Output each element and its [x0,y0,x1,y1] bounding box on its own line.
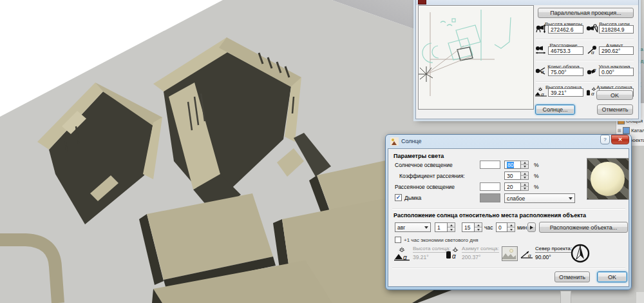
azimuth-icon: α [586,45,598,55]
scatter-stepper[interactable] [521,171,529,180]
dst-label: +1 час экономии светового дня [404,237,478,243]
scatter-unit: % [534,173,539,179]
object-location-button[interactable]: Расположение объекта... [539,222,628,233]
light-params-section-title: Параметры света [393,153,444,159]
separator [536,60,634,61]
sun-dialog-icon [390,137,399,146]
separator [392,268,625,269]
sun-dialog-title: Солнце [401,138,422,144]
help-button[interactable]: ? [600,135,610,144]
app-screenshot: вса сад са а ( спе Общая аксоном ⊞ Катал… [0,0,644,303]
sun-light-label: Солнечное освещение [395,162,453,168]
scatter-label: Коэффициент рассеяния: [399,173,465,179]
chevron-down-icon [569,197,573,200]
ambient-unit: % [534,184,539,190]
project-north-label: Север проекта: [535,246,572,253]
sun-light-stepper[interactable] [521,161,529,169]
svg-text:α: α [593,67,596,73]
haze-strength-select[interactable]: слабое [504,193,575,203]
day-stepper[interactable] [448,222,455,232]
preview-sphere [591,162,625,196]
site-plan-drawing [419,6,532,108]
view-cone-input[interactable]: 75.00° [548,68,583,76]
sun-azimuth-readout-label: Азимут солнца: [462,246,499,253]
north-angle-icon: α [520,250,534,259]
hour-input[interactable]: 15 [462,222,475,232]
sun-ok-button[interactable]: OK [597,271,627,282]
haze-label: Дымка [404,195,421,201]
window-artifact [560,291,571,303]
project-north-value: 90.00° [535,254,551,260]
ambient-stepper[interactable] [521,182,529,191]
expander-icon[interactable]: ⊞ [618,128,621,133]
svg-text:α: α [452,253,456,260]
tilt-angle-icon: α [586,66,598,76]
minute-unit-label: мин [517,224,527,231]
parallel-projection-button[interactable]: Параллельная проекция... [538,8,634,18]
horizon-preview-thumbnail [502,246,518,261]
svg-text:α: α [528,253,531,259]
camera-height-icon [535,24,547,34]
sun-cancel-button[interactable]: Отменить [554,271,590,282]
camera-height-input[interactable]: 272462.6 [548,25,583,34]
svg-text:α: α [591,50,594,55]
tilt-angle-input[interactable]: 0.00° [599,68,634,76]
separator [536,39,634,40]
ok-button[interactable]: OK [596,90,633,100]
distance-input[interactable]: 46753.3 [548,46,583,55]
tree-item-catalogs[interactable]: ⊞ Каталоги [618,127,644,134]
target-height-icon [586,24,598,34]
cancel-button[interactable]: Отменить [597,104,633,115]
ambient-color-swatch[interactable] [480,182,500,191]
sun-altitude-icon: α [535,87,547,97]
projection-map-preview[interactable] [418,5,534,110]
sun-position-section-title: Расположение солнца относительно места р… [393,212,586,219]
play-icon [530,226,533,230]
sun-dialog-content: Параметры света Солнечное освещение 80 %… [388,148,629,287]
ambient-input[interactable]: 20 [504,182,521,191]
sun-light-unit: % [534,162,539,168]
minute-stepper[interactable] [507,222,515,232]
sun-dialog: Солнце ? ✕ Параметры света Солнечное осв… [385,134,632,290]
separator [536,81,634,83]
sun-altitude-icon: α [393,247,410,261]
window-artifact [636,292,644,303]
sun-light-color-swatch[interactable] [480,161,500,169]
compass-icon [570,243,591,264]
svg-text:α: α [591,91,594,97]
haze-color-swatch[interactable] [480,193,500,202]
scatter-input[interactable]: 30 [504,171,521,180]
chevron-down-icon [424,226,428,229]
horizon-image [502,247,516,259]
catalogs-icon [623,127,630,134]
sun-light-input[interactable]: 80 [504,161,521,169]
day-input[interactable]: 1 [435,222,448,232]
svg-text:α: α [541,69,544,75]
view-cone-icon: α [535,66,547,76]
sun-azimuth-readout-value: 200.37° [462,254,480,260]
separator [392,208,625,210]
haze-checkbox[interactable]: ✓ [395,194,402,201]
target-height-input[interactable]: 218284.9 [599,25,634,34]
minute-input[interactable]: 0 [496,222,507,232]
projection-dialog-icon [418,0,426,5]
light-preview [587,158,629,200]
month-select[interactable]: авг [395,222,431,232]
projection-dialog: Параллельная проекция... Высота камеры В… [415,0,639,119]
ambient-label: Рассеянное освещение [395,184,455,190]
sun-altitude-input[interactable]: 39.21° [548,88,583,97]
close-icon[interactable]: ✕ [611,135,629,144]
azimuth-input[interactable]: 290.62° [599,46,634,55]
sun-azimuth-icon: α [445,247,462,261]
distance-icon [535,45,547,55]
hour-unit-label: час [484,224,493,231]
projection-dialog-titlebar[interactable] [416,0,638,5]
sun-dialog-open-button[interactable]: Солнце... [535,104,575,115]
play-button[interactable] [527,222,536,232]
dst-checkbox[interactable] [395,237,401,243]
sun-altitude-readout-value: 39.21° [413,254,429,260]
hour-stepper[interactable] [475,222,482,232]
